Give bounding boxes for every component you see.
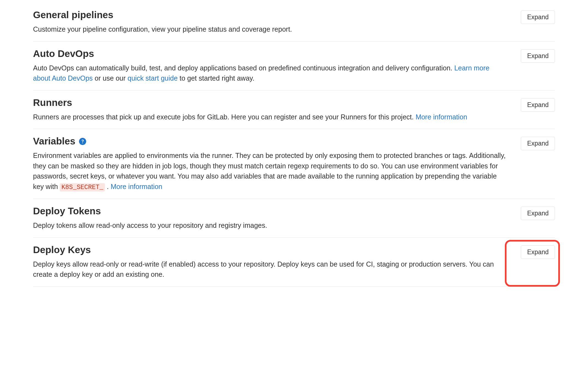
desc-text: Runners are processes that pick up and e… bbox=[33, 113, 416, 121]
section-runners: Runners Runners are processes that pick … bbox=[33, 91, 555, 129]
runners-desc: Runners are processes that pick up and e… bbox=[33, 112, 507, 122]
section-title-wrap: Deploy Keys Deploy keys allow read-only … bbox=[33, 244, 521, 280]
desc-text: . bbox=[105, 183, 111, 190]
runners-title: Runners bbox=[33, 97, 72, 108]
desc-text: Auto DevOps can automatically build, tes… bbox=[33, 64, 454, 72]
section-header: General pipelines Customize your pipelin… bbox=[33, 9, 555, 35]
deploy-keys-desc: Deploy keys allow read-only or read-writ… bbox=[33, 259, 507, 280]
section-title-wrap: Deploy Tokens Deploy tokens allow read-o… bbox=[33, 206, 521, 231]
deploy-keys-title: Deploy Keys bbox=[33, 244, 91, 255]
expand-button-deploy-keys[interactable]: Expand bbox=[521, 245, 555, 259]
section-variables: Variables Environment variables are appl… bbox=[33, 129, 555, 199]
quick-start-guide-link[interactable]: quick start guide bbox=[127, 74, 178, 82]
deploy-tokens-title: Deploy Tokens bbox=[33, 206, 101, 217]
auto-devops-desc: Auto DevOps can automatically build, tes… bbox=[33, 63, 507, 84]
section-header: Auto DevOps Auto DevOps can automaticall… bbox=[33, 48, 555, 84]
section-header: Deploy Tokens Deploy tokens allow read-o… bbox=[33, 206, 555, 231]
section-header: Runners Runners are processes that pick … bbox=[33, 97, 555, 122]
settings-container: General pipelines Customize your pipelin… bbox=[0, 0, 588, 298]
expand-button-runners[interactable]: Expand bbox=[521, 98, 555, 112]
section-title-wrap: General pipelines Customize your pipelin… bbox=[33, 9, 521, 35]
general-pipelines-desc: Customize your pipeline configuration, v… bbox=[33, 24, 507, 35]
expand-button-auto-devops[interactable]: Expand bbox=[521, 49, 555, 63]
expand-button-general-pipelines[interactable]: Expand bbox=[521, 10, 555, 24]
section-title-wrap: Variables Environment variables are appl… bbox=[33, 136, 521, 192]
auto-devops-title: Auto DevOps bbox=[33, 48, 94, 59]
desc-text: or use our bbox=[93, 74, 127, 82]
k8s-secret-code: K8S_SECRET_ bbox=[60, 183, 105, 191]
general-pipelines-title: General pipelines bbox=[33, 9, 113, 20]
section-header: Deploy Keys Deploy keys allow read-only … bbox=[33, 244, 555, 280]
expand-button-deploy-tokens[interactable]: Expand bbox=[521, 207, 555, 220]
variables-desc: Environment variables are applied to env… bbox=[33, 150, 507, 192]
section-deploy-tokens: Deploy Tokens Deploy tokens allow read-o… bbox=[33, 199, 555, 238]
section-title-wrap: Auto DevOps Auto DevOps can automaticall… bbox=[33, 48, 521, 84]
section-auto-devops: Auto DevOps Auto DevOps can automaticall… bbox=[33, 42, 555, 91]
expand-button-variables[interactable]: Expand bbox=[521, 137, 555, 150]
desc-text: to get started right away. bbox=[178, 74, 254, 82]
variables-more-info-link[interactable]: More information bbox=[111, 183, 162, 190]
section-title-wrap: Runners Runners are processes that pick … bbox=[33, 97, 521, 122]
section-header: Variables Environment variables are appl… bbox=[33, 136, 555, 192]
section-deploy-keys: Deploy Keys Deploy keys allow read-only … bbox=[33, 238, 555, 287]
section-general-pipelines: General pipelines Customize your pipelin… bbox=[33, 3, 555, 42]
help-icon[interactable] bbox=[79, 138, 86, 145]
variables-title: Variables bbox=[33, 136, 86, 147]
runners-more-info-link[interactable]: More information bbox=[416, 113, 467, 121]
variables-title-text: Variables bbox=[33, 136, 75, 146]
deploy-tokens-desc: Deploy tokens allow read-only access to … bbox=[33, 220, 507, 231]
